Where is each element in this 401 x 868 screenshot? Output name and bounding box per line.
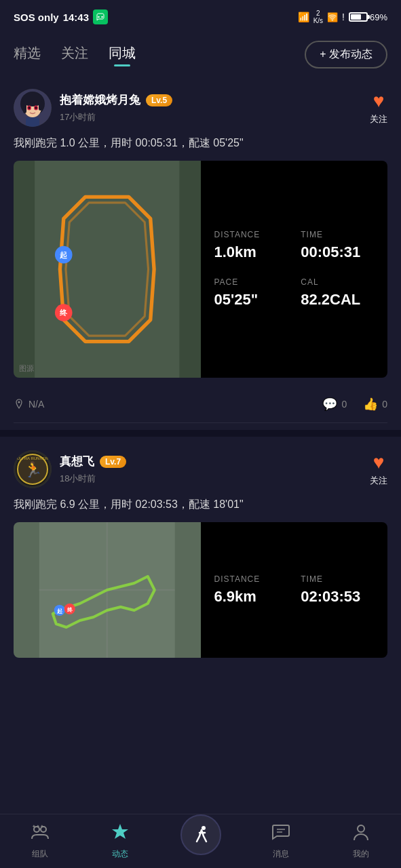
xiaoxi-icon bbox=[271, 823, 290, 846]
stat-time-value-1: 00:05:31 bbox=[301, 243, 374, 261]
zuodui-icon: ✦✦✦ bbox=[31, 823, 50, 846]
svg-point-18 bbox=[18, 401, 20, 403]
svg-text:终: 终 bbox=[66, 607, 73, 613]
stat-time-1: TIME 00:05:31 bbox=[301, 230, 374, 261]
post-card-2: 🏃 ULTRA RUNNER 真想飞 Lv.7 18小时前 ♥ 关注 我刚跑完 … bbox=[0, 437, 401, 658]
stat-pace-label-1: PACE bbox=[214, 277, 288, 287]
stat-cal-label-1: CAL bbox=[301, 277, 374, 287]
svg-point-1 bbox=[101, 16, 102, 18]
follow-button-1[interactable]: ♥ 关注 bbox=[370, 90, 387, 125]
user-info-2: 真想飞 Lv.7 18小时前 bbox=[60, 454, 370, 485]
comment-action-1[interactable]: 💬 0 bbox=[322, 397, 347, 412]
battery-text: 69% bbox=[370, 12, 387, 22]
avatar-2[interactable]: 🏃 ULTRA RUNNER bbox=[14, 450, 52, 488]
stat-time-label-1: TIME bbox=[301, 230, 374, 239]
footer-actions-1: 💬 0 👍 0 bbox=[322, 397, 387, 412]
level-badge-2: Lv.7 bbox=[100, 456, 126, 468]
username-2: 真想飞 bbox=[60, 454, 94, 469]
svg-point-35 bbox=[202, 826, 206, 830]
location-info-1: N/A bbox=[14, 399, 322, 410]
map-section-2: 起 终 bbox=[14, 522, 201, 658]
nav-label-zuodui: 组队 bbox=[32, 848, 48, 860]
center-run-button[interactable] bbox=[180, 814, 221, 855]
wechat-icon bbox=[93, 9, 108, 24]
nav-item-zuodui[interactable]: ✦✦✦ 组队 bbox=[0, 823, 80, 860]
stat-time-value-2: 02:03:53 bbox=[301, 588, 374, 606]
avatar-1[interactable] bbox=[14, 89, 52, 127]
carrier-text: SOS only bbox=[14, 12, 59, 23]
post-footer-1: N/A 💬 0 👍 0 bbox=[14, 389, 387, 423]
nav-label-dongtai: 动态 bbox=[112, 848, 128, 860]
battery-fill bbox=[351, 14, 361, 20]
like-action-1[interactable]: 👍 0 bbox=[363, 397, 387, 412]
stat-distance-1: DISTANCE 1.0km bbox=[214, 230, 288, 261]
svg-text:🏃: 🏃 bbox=[24, 460, 43, 479]
dongtai-icon bbox=[111, 823, 130, 846]
svg-rect-12 bbox=[26, 117, 39, 127]
svg-point-10 bbox=[28, 106, 31, 109]
nav-item-dongtai[interactable]: 动态 bbox=[80, 823, 160, 860]
post-divider bbox=[0, 430, 401, 437]
svg-rect-13 bbox=[35, 161, 179, 378]
nav-item-center[interactable] bbox=[160, 828, 240, 855]
tab-tongcheng[interactable]: 同城 bbox=[109, 44, 136, 65]
user-row-1: 抱着嫦娥烤月兔 Lv.5 17小时前 ♥ 关注 bbox=[14, 89, 387, 127]
location-text-1: N/A bbox=[28, 399, 44, 410]
svg-text:✦✦✦: ✦✦✦ bbox=[32, 824, 44, 829]
timestamp-2: 18小时前 bbox=[60, 473, 96, 484]
map-label-1: 图源 bbox=[19, 363, 34, 374]
nav-item-xiaoxi[interactable]: 消息 bbox=[241, 823, 321, 860]
map-section-1: 起 终 图源 bbox=[14, 161, 201, 378]
follow-button-2[interactable]: ♥ 关注 bbox=[370, 452, 387, 487]
status-left: SOS only 14:43 bbox=[14, 9, 108, 24]
svg-rect-6 bbox=[23, 100, 26, 113]
svg-marker-34 bbox=[112, 824, 128, 839]
nav-label-xiaoxi: 消息 bbox=[273, 848, 289, 860]
battery-bar bbox=[349, 12, 368, 22]
run-card-2: 起 终 DISTANCE 6.9km TIME 02:03:53 bbox=[14, 522, 387, 658]
stat-row-pace-cal-1: PACE 05'25" CAL 82.2CAL bbox=[214, 277, 375, 309]
follow-label-2: 关注 bbox=[370, 475, 387, 487]
username-row-2: 真想飞 Lv.7 bbox=[60, 454, 370, 469]
svg-point-0 bbox=[98, 16, 99, 18]
level-badge-1: Lv.5 bbox=[146, 94, 172, 106]
stat-distance-value-1: 1.0km bbox=[214, 243, 288, 261]
run-card-1: 起 终 图源 DISTANCE 1.0km TIME 00:05:31 bbox=[14, 161, 387, 378]
stat-time-label-2: TIME bbox=[301, 574, 374, 584]
status-bar: SOS only 14:43 📶 2K/s 🛜 ! 69% bbox=[0, 0, 401, 34]
alert-icon: ! bbox=[342, 12, 345, 22]
user-row-2: 🏃 ULTRA RUNNER 真想飞 Lv.7 18小时前 ♥ 关注 bbox=[14, 450, 387, 488]
stat-row-dist-time-1: DISTANCE 1.0km TIME 00:05:31 bbox=[214, 230, 375, 261]
feed: 抱着嫦娥烤月兔 Lv.5 17小时前 ♥ 关注 我刚跑完 1.0 公里，用时 0… bbox=[0, 75, 401, 723]
svg-point-38 bbox=[358, 825, 364, 832]
nav-item-wode[interactable]: 我的 bbox=[321, 823, 401, 860]
stat-row-dist-time-2: DISTANCE 6.9km TIME 02:03:53 bbox=[214, 574, 375, 606]
stat-distance-2: DISTANCE 6.9km bbox=[214, 574, 288, 606]
tab-jingxuan[interactable]: 精选 bbox=[14, 44, 41, 65]
svg-text:起: 起 bbox=[57, 608, 62, 614]
location-icon bbox=[14, 399, 24, 410]
stat-cal-value-1: 82.2CAL bbox=[301, 291, 374, 309]
svg-text:ULTRA RUNNER: ULTRA RUNNER bbox=[17, 456, 49, 460]
timestamp-1: 17小时前 bbox=[60, 112, 96, 122]
nav-tabs: 精选 关注 同城 + 发布动态 bbox=[0, 34, 401, 75]
stat-distance-value-2: 6.9km bbox=[214, 588, 288, 606]
bottom-nav: ✦✦✦ 组队 动态 消息 bbox=[0, 814, 401, 868]
user-info-1: 抱着嫦娥烤月兔 Lv.5 17小时前 bbox=[60, 92, 370, 123]
svg-text:起: 起 bbox=[59, 251, 67, 259]
stat-pace-1: PACE 05'25" bbox=[214, 277, 288, 309]
time-text: 14:43 bbox=[63, 12, 89, 23]
post-text-1: 我刚跑完 1.0 公里，用时 00:05:31，配速 05'25" bbox=[14, 135, 387, 151]
post-text-2: 我刚跑完 6.9 公里，用时 02:03:53，配速 18'01" bbox=[14, 496, 387, 513]
speed-text: 2K/s bbox=[313, 9, 323, 24]
tab-guanzhu[interactable]: 关注 bbox=[61, 44, 88, 65]
publish-button[interactable]: + 发布动态 bbox=[305, 41, 387, 68]
nav-label-wode: 我的 bbox=[353, 848, 369, 860]
username-row-1: 抱着嫦娥烤月兔 Lv.5 bbox=[60, 92, 370, 108]
stat-cal-1: CAL 82.2CAL bbox=[301, 277, 374, 309]
svg-rect-7 bbox=[39, 100, 42, 111]
username-1: 抱着嫦娥烤月兔 bbox=[60, 92, 140, 108]
comment-icon-1: 💬 bbox=[322, 397, 337, 412]
heart-icon-2: ♥ bbox=[373, 452, 385, 473]
stat-time-2: TIME 02:03:53 bbox=[301, 574, 374, 606]
